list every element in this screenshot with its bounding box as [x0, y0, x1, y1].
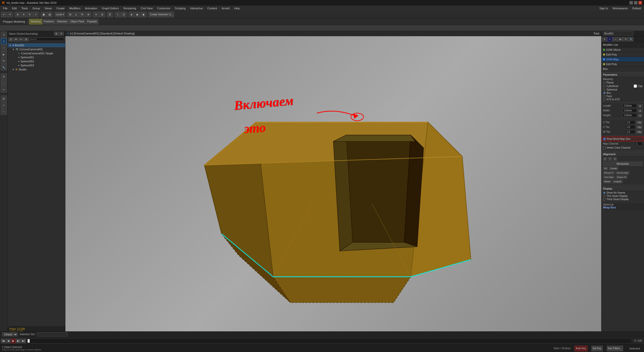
sign-in-button[interactable]: Sign In: [597, 6, 610, 10]
selection-set-input[interactable]: [37, 332, 67, 336]
angle-snap[interactable]: ∠: [73, 12, 79, 17]
view-align-button[interactable]: View Align: [603, 175, 615, 179]
workspaces-button[interactable]: Workspaces: [611, 6, 630, 10]
height-input[interactable]: [623, 113, 637, 117]
select-button[interactable]: ⊕: [15, 12, 20, 17]
radio-xyz-to-xyz[interactable]: XYZ to XYZ: [601, 98, 644, 101]
align-x-button[interactable]: X: [603, 157, 607, 161]
menu-graph-editors[interactable]: Graph Editors: [100, 6, 121, 10]
tab-hierarchy[interactable]: ⊸: [613, 37, 618, 41]
menu-arnold[interactable]: Arnold: [220, 6, 232, 10]
real-world-row[interactable]: Real-World Map Size: [601, 137, 644, 141]
height-up[interactable]: ▲: [638, 114, 642, 117]
thin-seam-radio[interactable]: [603, 195, 606, 197]
motion-icon[interactable]: ▶: [1, 51, 7, 57]
normal-align-button[interactable]: Normal Align: [616, 171, 629, 174]
show-no-seams-radio[interactable]: [603, 192, 606, 194]
real-world-checkbox[interactable]: [603, 138, 606, 140]
tab-create[interactable]: ✦: [602, 37, 607, 41]
snap-button[interactable]: ⊞: [67, 12, 73, 17]
menu-file[interactable]: File: [1, 6, 10, 10]
expand-studio[interactable]: ▼: [12, 68, 15, 71]
menu-tools[interactable]: Tools: [19, 6, 30, 10]
modifier-edit-poly-2[interactable]: Edit Poly: [601, 62, 644, 67]
minimize-button[interactable]: ─: [629, 1, 633, 5]
expand-corona001[interactable]: ▼: [12, 48, 15, 51]
menu-edit[interactable]: Edit: [10, 6, 19, 10]
modify-icon[interactable]: ⊙: [1, 38, 7, 44]
set-key-button[interactable]: Set Key: [591, 346, 603, 351]
mirror-button[interactable]: ⇔: [93, 12, 99, 17]
align-z-button[interactable]: Z: [613, 157, 617, 161]
tab-object-paint[interactable]: Object Paint: [69, 19, 85, 24]
modifier-uvw-xform[interactable]: UVW Xform: [601, 48, 644, 52]
menu-civil-view[interactable]: Civil View: [139, 6, 154, 10]
go-start-button[interactable]: |◀: [1, 339, 6, 343]
tree-item-sphere001[interactable]: ● Sphere001: [17, 55, 65, 59]
menu-scripting[interactable]: Scripting: [173, 6, 188, 10]
layer-manager[interactable]: ☰: [107, 12, 113, 17]
tree-item-sphere003[interactable]: ● Sphere003: [17, 63, 65, 67]
render-button[interactable]: ◉: [141, 12, 146, 17]
tab-modeling[interactable]: Modeling: [29, 19, 42, 24]
menu-group[interactable]: Group: [30, 6, 42, 10]
go-end-button[interactable]: ▶|: [21, 339, 26, 343]
display-icon[interactable]: 👁: [1, 58, 7, 64]
key-filters-button[interactable]: Key Filters...: [607, 346, 623, 351]
scene-close-button[interactable]: ✕: [59, 32, 64, 36]
scene-expand-button[interactable]: ⊕: [54, 32, 59, 36]
region-fit-button[interactable]: Region Fit: [616, 175, 627, 179]
filter-button[interactable]: ▤: [47, 12, 52, 17]
render-scene[interactable]: ▶: [135, 12, 140, 17]
menu-create[interactable]: Create: [54, 6, 67, 10]
scene-edit-button[interactable]: ✏: [19, 37, 23, 41]
unlink-icon[interactable]: ✂: [1, 102, 7, 108]
align-y-button[interactable]: Y: [608, 157, 612, 161]
tab-populate[interactable]: Populate: [86, 19, 98, 24]
select-object-icon[interactable]: ⊕: [1, 73, 7, 79]
vtile-flip[interactable]: Flip: [636, 125, 642, 129]
reset-button[interactable]: Reset: [603, 180, 612, 183]
acquire-button[interactable]: Acquire: [613, 180, 623, 183]
prev-frame-button[interactable]: ◀: [6, 339, 11, 343]
center-button[interactable]: Center: [609, 167, 618, 170]
auto-key-button[interactable]: Auto Key: [575, 346, 587, 351]
hierarchy-icon[interactable]: ⊸: [1, 45, 7, 51]
map-channel-input[interactable]: [635, 142, 642, 146]
manipulate-button[interactable]: Manipulate: [603, 162, 642, 166]
tab-selection[interactable]: Selection: [56, 19, 69, 24]
material-editor[interactable]: ◈: [129, 12, 134, 17]
vertex-color-checkbox[interactable]: [603, 147, 606, 149]
menu-modifiers[interactable]: Modifiers: [67, 6, 83, 10]
modifier-base-box[interactable]: Box: [601, 67, 644, 71]
menu-help[interactable]: Help: [232, 6, 242, 10]
move-button[interactable]: ✛: [21, 12, 26, 17]
radio-cylindrical[interactable]: Cylindrical Cap: [601, 84, 644, 88]
menu-interactive[interactable]: Interactive: [188, 6, 205, 10]
thick-seam-row[interactable]: Thick Seam Display: [601, 198, 644, 201]
tab-freeform[interactable]: Freeform: [43, 19, 55, 24]
utile-flip[interactable]: Flip: [636, 121, 642, 124]
radio-sph-circle[interactable]: [603, 89, 606, 91]
radio-face[interactable]: Face: [601, 95, 644, 98]
radio-box-circle[interactable]: [603, 92, 606, 94]
percent-snap[interactable]: %: [79, 12, 85, 17]
menu-customize[interactable]: Customize: [155, 6, 172, 10]
curve-editor[interactable]: ∿: [115, 12, 120, 17]
radio-planar-circle[interactable]: [603, 81, 606, 84]
scale-button[interactable]: ⤢: [33, 12, 38, 17]
scene-customize-button[interactable]: ⚙: [24, 37, 28, 41]
wtile-flip[interactable]: Flip: [636, 130, 642, 134]
width-input[interactable]: [623, 109, 637, 112]
tab-display[interactable]: 👁: [623, 37, 628, 41]
scene-display-button[interactable]: 👁: [14, 37, 18, 41]
menu-animation[interactable]: Animation: [83, 6, 99, 10]
modifier-uvw-map[interactable]: UVW Map: [601, 57, 644, 62]
vertex-color-row[interactable]: Vertex Color Channel: [601, 146, 644, 149]
expand-box001[interactable]: ▼: [9, 44, 12, 47]
fit-button[interactable]: Fit: [603, 167, 608, 170]
menu-content[interactable]: Content: [205, 6, 219, 10]
thin-seam-row[interactable]: Thin Seam Display: [601, 194, 644, 198]
mode-dropdown[interactable]: Default: [2, 332, 18, 336]
tree-item-studio[interactable]: ▼ ⊞ Studio: [11, 67, 65, 71]
